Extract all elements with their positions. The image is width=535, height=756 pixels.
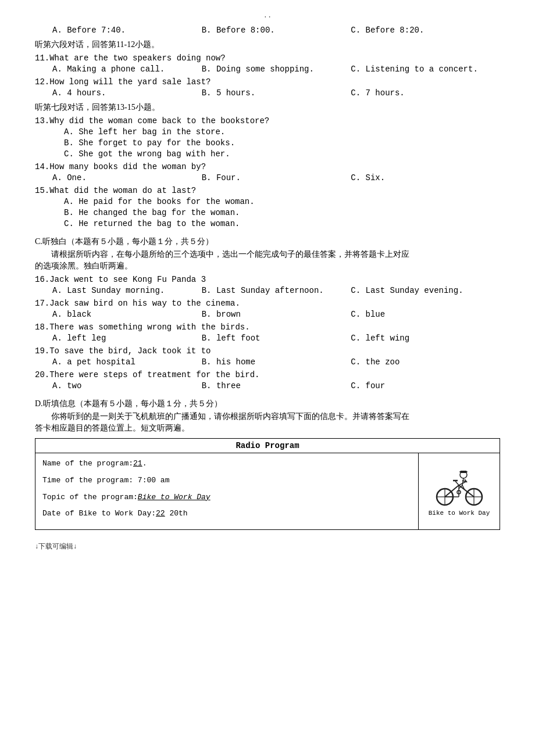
q18-option-b: B. left foot (202, 334, 351, 343)
question-16: 16.Jack went to see Kong Fu Panda 3 (35, 275, 500, 284)
question-18: 18.There was something wrong with the bi… (35, 323, 500, 332)
q14-option-c: C. Six. (351, 173, 500, 182)
q19-option-b: B. his home (202, 357, 351, 367)
q15-option-b: B. He changed the bag for the woman. (64, 208, 500, 217)
q13-option-a: A. She left her bag in the store. (64, 127, 500, 137)
table-name-label: Name of the program: (42, 459, 133, 468)
section-c-desc2: 的选项涂黑。独白听两遍。 (35, 261, 500, 271)
question-12: 12.How long will the yard sale last? (35, 77, 500, 87)
q12-option-a: A. 4 hours. (52, 88, 202, 98)
q12-options: A. 4 hours. B. 5 hours. C. 7 hours. (52, 88, 500, 98)
q19-option-c: C. the zoo (351, 357, 500, 367)
question-20: 20.There were steps of treatment for the… (35, 370, 500, 379)
section-c-header: C.听独白（本题有５小题，每小题１分，共５分） (35, 237, 500, 247)
q20-option-b: B. three (202, 381, 351, 390)
q19-option-a: A. a pet hospital (52, 357, 202, 367)
table-right: Bike to Work Day (418, 453, 500, 529)
table-date-label: Date of Bike to Work Day: (42, 509, 156, 518)
svg-line-17 (462, 478, 463, 485)
table-topic-value: Bike to Work Day (138, 493, 211, 501)
svg-line-6 (445, 485, 459, 497)
q15-option-c: C. He returned the bag to the woman. (64, 219, 500, 228)
q19-options: A. a pet hospital B. his home C. the zoo (52, 357, 500, 367)
q18-options: A. left leg B. left foot C. left wing (52, 334, 500, 343)
q12-option-b: B. 5 hours. (202, 88, 351, 98)
section7-header: 听第七段对话，回答第13-15小题。 (35, 102, 500, 113)
table-title: Radio Program (35, 439, 500, 453)
q14-option-b: B. Four. (202, 173, 351, 182)
option-before-c: C. Before 8:20. (351, 26, 500, 35)
q11-options: A. Making a phone call. B. Doing some sh… (52, 65, 500, 74)
before-options-row: A. Before 7:40. B. Before 8:00. C. Befor… (52, 26, 500, 35)
q17-option-c: C. blue (351, 310, 500, 319)
section-c-desc1: 请根据所听内容，在每小题所给的三个选项中，选出一个能完成句子的最佳答案，并将答题… (35, 249, 500, 260)
q20-option-c: C. four (351, 381, 500, 390)
question-17: 17.Jack saw bird on his way to the cinem… (35, 299, 500, 308)
q20-option-a: A. two (52, 381, 202, 390)
svg-line-10 (455, 481, 459, 485)
question-13: 13.Why did the woman come back to the bo… (35, 116, 500, 126)
table-date-value: 22 (156, 509, 165, 518)
section6-header: 听第六段对话，回答第11-12小题。 (35, 40, 500, 50)
option-before-b: B. Before 8:00. (202, 26, 351, 35)
bike-label: Bike to Work Day (429, 510, 490, 517)
section-d-desc2: 答卡相应题目的答题位置上。短文听两遍。 (35, 423, 500, 433)
q16-option-c: C. Last Sunday evening. (351, 286, 500, 295)
q20-options: A. two B. three C. four (52, 381, 500, 390)
question-11: 11.What are the two speakers doing now? (35, 53, 500, 63)
q11-option-b: B. Doing some shopping. (202, 65, 351, 74)
section-d-header: D.听填信息（本题有５小题，每小题１分，共５分） (35, 399, 500, 409)
dots: .. (35, 12, 500, 20)
table-date-suffix: 20th (169, 509, 187, 518)
q14-options: A. One. B. Four. C. Six. (52, 173, 500, 182)
q15-option-a: A. He paid for the books for the woman. (64, 197, 500, 206)
table-topic-label: Topic of the program: (42, 493, 138, 501)
q14-option-a: A. One. (52, 173, 202, 182)
table-left: Name of the program:21. Time of the prog… (35, 453, 418, 529)
table-date-row: Date of Bike to Work Day:22 20th (42, 508, 411, 520)
q13-option-c: C. She got the wrong bag with her. (64, 149, 500, 159)
question-19: 19.To save the bird, Jack took it to (35, 346, 500, 356)
q16-option-b: B. Last Sunday afternoon. (202, 286, 351, 295)
q13-option-b: B. She forget to pay for the books. (64, 138, 500, 148)
table-name-suffix: . (142, 459, 147, 468)
table-name-row: Name of the program:21. (42, 458, 411, 470)
q11-option-c: C. Listening to a concert. (351, 65, 500, 74)
q16-options: A. Last Sunday morning. B. Last Sunday a… (52, 286, 500, 295)
table-time-label: Time of the program: (42, 476, 133, 485)
q17-option-b: B. brown (202, 310, 351, 319)
svg-rect-16 (461, 471, 466, 473)
q17-options: A. black B. brown C. blue (52, 310, 500, 319)
q18-option-a: A. left leg (52, 334, 202, 343)
q18-option-c: C. left wing (351, 334, 500, 343)
table-name-value: 21 (133, 459, 142, 468)
option-before-a: A. Before 7:40. (52, 26, 202, 35)
table-time-row: Time of the program: 7:00 am (42, 475, 411, 487)
q12-option-c: C. 7 hours. (351, 88, 500, 98)
radio-program-table: Radio Program Name of the program:21. Ti… (35, 438, 500, 530)
table-content: Name of the program:21. Time of the prog… (35, 453, 500, 529)
question-14: 14.How many books did the woman by? (35, 162, 500, 171)
bike-illustration (433, 467, 486, 507)
footer-note: ↓下载可编辑↓ (35, 542, 500, 551)
table-topic-row: Topic of the program:Bike to Work Day (42, 492, 411, 504)
q16-option-a: A. Last Sunday morning. (52, 286, 202, 295)
table-time-value: 7:00 am (138, 476, 170, 485)
question-15: 15.What did the woman do at last? (35, 186, 500, 195)
section-d-desc1: 你将听到的是一则关于飞机航班的广播通知，请你根据所听内容填写下面的信息卡。并请将… (35, 411, 500, 422)
q11-option-a: A. Making a phone call. (52, 65, 202, 74)
q17-option-a: A. black (52, 310, 202, 319)
